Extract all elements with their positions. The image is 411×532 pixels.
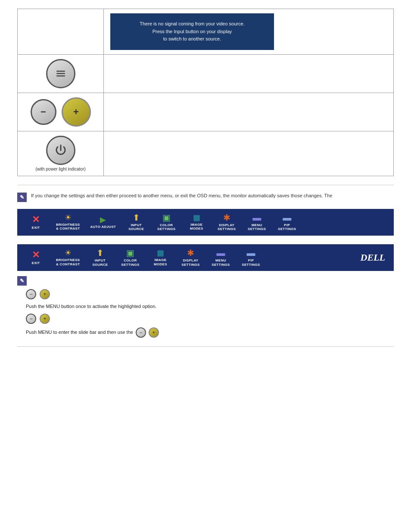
svg-rect-0: [56, 71, 65, 72]
osd2-image-icon: ▦: [157, 249, 164, 257]
menu-settings-icon: ▬: [252, 213, 261, 222]
power-desc-cell: [104, 131, 394, 176]
no-signal-line1: There is no signal coming from your vide…: [140, 21, 244, 41]
note-row: ✎ If you change the settings and then ei…: [17, 192, 394, 202]
minus-button-icon: −: [31, 99, 56, 125]
osd2-item-input[interactable]: ⬆ INPUTSOURCE: [85, 247, 115, 268]
osd2-brightness-label: BRIGHTNESS& CONTRAST: [56, 258, 80, 266]
osd2-item-menu[interactable]: ▬ MENUSETTINGS: [206, 247, 236, 268]
note-icon-2: ✎: [17, 276, 27, 286]
no-signal-desc-cell: There is no signal coming from your vide…: [104, 9, 394, 55]
nav-icons-row-2: − +: [26, 314, 394, 324]
osd-bar-2: ✕ EXIT ☀ BRIGHTNESS& CONTRAST ⬆ INPUTSOU…: [17, 244, 394, 271]
minus-plus-icon-cell: − +: [18, 93, 104, 131]
osd2-item-display[interactable]: ✱ DISPLAYSETTINGS: [175, 247, 206, 268]
osd-brightness-label: BRIGHTNESS& CONTRAST: [56, 223, 80, 231]
table-row: (with power light indicator): [18, 131, 394, 176]
nav-minus-icon-1[interactable]: −: [26, 289, 36, 299]
no-signal-box: There is no signal coming from your vide…: [110, 13, 274, 50]
plus-button-icon: +: [62, 97, 91, 127]
table-row: [18, 54, 394, 93]
osd2-input-label: INPUTSOURCE: [92, 258, 108, 267]
power-button-container: (with power light indicator): [22, 136, 99, 171]
note-icon: ✎: [17, 193, 27, 202]
image-icon: ▦: [193, 214, 200, 221]
osd2-pip-icon: ▬: [246, 249, 255, 257]
osd2-item-pip[interactable]: ▬ PIPSETTINGS: [236, 247, 266, 268]
osd2-menu-settings-icon: ▬: [216, 249, 225, 257]
nav-minus-icon-2[interactable]: −: [26, 314, 36, 324]
osd-item-exit[interactable]: ✕ EXIT: [21, 213, 51, 232]
note-text: If you change the settings and then eith…: [31, 192, 332, 199]
button-table: There is no signal coming from your vide…: [17, 9, 394, 176]
power-icon-cell: (with power light indicator): [18, 131, 104, 176]
osd2-display-icon: ✱: [187, 249, 194, 257]
osd2-exit-icon: ✕: [32, 250, 40, 260]
instruction-step2-row: Push MENU to enter the slide bar and the…: [26, 327, 394, 338]
instruction-step2-text: Push MENU to enter the slide bar and the…: [26, 329, 133, 336]
power-button-icon: [46, 136, 75, 165]
display-icon: ✱: [223, 213, 230, 222]
osd-item-color[interactable]: ▣ COLORSETTINGS: [151, 212, 181, 233]
power-svg: [53, 143, 68, 158]
osd2-exit-label: EXIT: [32, 261, 40, 265]
osd2-brightness-icon: ☀: [65, 249, 72, 257]
pip-icon: ▬: [283, 213, 291, 222]
osd-item-display[interactable]: ✱ DISPLAYSETTINGS: [212, 212, 242, 233]
osd-autoadjust-label: AUTO ADJUST: [90, 225, 116, 229]
osd2-item-brightness[interactable]: ☀ BRIGHTNESS& CONTRAST: [51, 247, 85, 268]
menu-icon-cell: [18, 54, 104, 93]
menu-svg: [53, 66, 68, 81]
no-signal-icon-cell: [18, 9, 104, 55]
section-divider-1: [17, 185, 394, 185]
osd-exit-label: EXIT: [32, 226, 40, 230]
osd2-display-label: DISPLAYSETTINGS: [181, 258, 199, 267]
table-row: − +: [18, 93, 394, 131]
nav-minus-icon-3[interactable]: −: [136, 327, 146, 338]
osd-item-autoadjust[interactable]: ▶ AUTO ADJUST: [85, 214, 121, 231]
exit-icon: ✕: [32, 215, 40, 224]
nav-plus-icon-1[interactable]: +: [40, 289, 50, 299]
brightness-icon: ☀: [65, 214, 72, 221]
power-label: (with power light indicator): [35, 167, 85, 171]
osd2-menu-label: MENUSETTINGS: [212, 258, 230, 267]
osd-item-image[interactable]: ▦ IMAGEMODES: [181, 212, 212, 233]
svg-rect-2: [56, 75, 65, 77]
osd-pip-label: PIPSETTINGS: [278, 223, 296, 231]
osd-input-label: INPUTSOURCE: [128, 223, 144, 231]
instruction-step1: Push the MENU button once to activate th…: [26, 303, 394, 310]
osd-color-label: COLORSETTINGS: [157, 223, 175, 231]
osd-menu-label: MENUSETTINGS: [248, 223, 266, 231]
osd-item-menu[interactable]: ▬ MENUSETTINGS: [242, 212, 272, 233]
nav-icons-row-1: − +: [26, 289, 394, 299]
osd-item-input[interactable]: ⬆ INPUTSOURCE: [121, 212, 151, 233]
section-divider-2: [17, 346, 394, 347]
autoadjust-icon: ▶: [100, 216, 106, 224]
osd-image-label: IMAGEMODES: [190, 223, 203, 231]
osd2-image-label: IMAGEMODES: [154, 258, 167, 266]
osd2-color-icon: ▣: [126, 249, 134, 257]
input-icon: ⬆: [133, 213, 140, 222]
osd-item-pip[interactable]: ▬ PIPSETTINGS: [272, 212, 302, 233]
osd2-pip-label: PIPSETTINGS: [242, 258, 260, 267]
page-container: There is no signal coming from your vide…: [0, 0, 411, 362]
osd-item-brightness[interactable]: ☀ BRIGHTNESS& CONTRAST: [51, 212, 85, 233]
minus-plus-desc-cell: [104, 93, 394, 131]
table-row: There is no signal coming from your vide…: [18, 9, 394, 55]
osd2-item-exit[interactable]: ✕ EXIT: [21, 249, 51, 267]
osd-bar-1: ✕ EXIT ☀ BRIGHTNESS& CONTRAST ▶ AUTO ADJ…: [17, 209, 394, 236]
menu-button-icon: [46, 59, 75, 88]
nav-plus-icon-3[interactable]: +: [149, 327, 159, 338]
note-icon-2-row: ✎: [17, 276, 394, 286]
osd2-color-label: COLORSETTINGS: [121, 258, 139, 267]
minus-plus-pair: − +: [22, 97, 99, 127]
osd2-item-image[interactable]: ▦ IMAGEMODES: [145, 247, 175, 268]
nav-plus-icon-2[interactable]: +: [40, 314, 50, 324]
color-icon: ▣: [162, 213, 171, 222]
svg-rect-1: [56, 73, 65, 74]
dell-logo: DELL: [355, 250, 390, 265]
osd-display-label: DISPLAYSETTINGS: [218, 223, 236, 231]
osd2-item-color[interactable]: ▣ COLORSETTINGS: [115, 247, 145, 268]
osd2-input-icon: ⬆: [97, 249, 104, 257]
menu-desc-cell: [104, 54, 394, 93]
